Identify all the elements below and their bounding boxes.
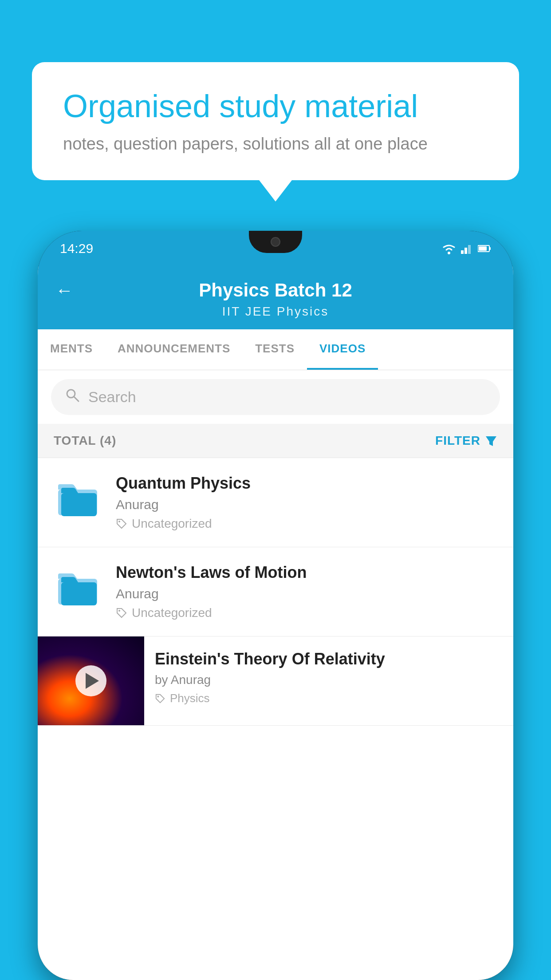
search-box[interactable]: Search (51, 379, 500, 415)
video-thumb-1 (54, 474, 102, 523)
video-tag-1: Uncategorized (116, 517, 497, 531)
svg-rect-5 (489, 247, 491, 250)
header-subtitle-physics: Physics (277, 304, 329, 318)
filter-button[interactable]: FILTER (435, 434, 497, 448)
video-info-1: Quantum Physics Anurag Uncategorized (116, 474, 497, 531)
video-tag-text-1: Uncategorized (132, 517, 212, 531)
svg-line-8 (74, 397, 79, 401)
video-title-2: Newton's Laws of Motion (116, 563, 497, 582)
video-tag-3: Physics (155, 692, 503, 705)
wifi-icon (441, 243, 457, 254)
video-author-3: by Anurag (155, 673, 503, 687)
list-item[interactable]: Quantum Physics Anurag Uncategorized (38, 458, 513, 547)
speech-bubble-container: Organised study material notes, question… (32, 62, 519, 180)
video-info-2: Newton's Laws of Motion Anurag Uncategor… (116, 563, 497, 620)
svg-rect-1 (461, 250, 464, 254)
phone-screen: ← Physics Batch 12 IIT JEE Physics MENTS… (38, 266, 513, 980)
video-thumb-2 (54, 563, 102, 612)
svg-rect-6 (479, 246, 487, 251)
status-icons (441, 243, 491, 254)
video-author-1: Anurag (116, 497, 497, 512)
search-placeholder: Search (88, 388, 136, 406)
phone-notch (249, 231, 302, 253)
tab-videos[interactable]: VIDEOS (307, 329, 378, 370)
status-time: 14:29 (60, 241, 93, 256)
svg-rect-11 (61, 493, 97, 516)
app-header-top: ← Physics Batch 12 (55, 280, 496, 301)
header-subtitle: IIT JEE Physics (222, 304, 329, 319)
speech-bubble: Organised study material notes, question… (32, 62, 519, 180)
svg-point-0 (448, 252, 450, 254)
video-thumbnail-3 (38, 636, 144, 725)
svg-rect-2 (464, 248, 467, 254)
battery-icon (478, 244, 491, 253)
tabs-container: MENTS ANNOUNCEMENTS TESTS VIDEOS (38, 329, 513, 370)
video-title-3: Einstein's Theory Of Relativity (155, 650, 503, 668)
filter-row: TOTAL (4) FILTER (38, 424, 513, 458)
video-title-1: Quantum Physics (116, 474, 497, 493)
search-container: Search (38, 370, 513, 424)
svg-point-16 (157, 695, 159, 697)
header-subtitle-iitjee: IIT JEE (222, 304, 272, 318)
phone-camera (271, 237, 280, 247)
list-item[interactable]: Einstein's Theory Of Relativity by Anura… (38, 636, 513, 726)
svg-rect-14 (61, 582, 97, 605)
back-button[interactable]: ← (55, 281, 73, 300)
svg-point-15 (118, 610, 120, 612)
play-button[interactable] (75, 665, 106, 696)
search-icon (64, 387, 80, 407)
speech-bubble-subtitle: notes, question papers, solutions all at… (63, 134, 488, 154)
video-author-2: Anurag (116, 586, 497, 601)
video-tag-text-2: Uncategorized (132, 606, 212, 620)
speech-bubble-title: Organised study material (63, 89, 488, 124)
tag-icon (116, 607, 127, 619)
filter-icon (485, 435, 497, 447)
video-tag-2: Uncategorized (116, 606, 497, 620)
tag-icon (155, 693, 165, 704)
folder-icon (56, 476, 100, 521)
tab-tests[interactable]: TESTS (243, 329, 307, 370)
tab-ments[interactable]: MENTS (38, 329, 105, 370)
svg-rect-3 (468, 245, 471, 254)
filter-label: FILTER (435, 434, 480, 448)
signal-icon (461, 243, 473, 254)
total-label: TOTAL (4) (54, 434, 116, 448)
tab-announcements[interactable]: ANNOUNCEMENTS (105, 329, 243, 370)
video-info-3: Einstein's Theory Of Relativity by Anura… (144, 636, 513, 719)
play-triangle-icon (86, 673, 99, 689)
list-item[interactable]: Newton's Laws of Motion Anurag Uncategor… (38, 547, 513, 636)
folder-icon (56, 565, 100, 610)
header-title: Physics Batch 12 (199, 280, 352, 301)
video-tag-text-3: Physics (170, 692, 210, 705)
phone-frame: 14:29 (38, 231, 513, 980)
svg-marker-9 (486, 436, 496, 446)
app-header: ← Physics Batch 12 IIT JEE Physics (38, 266, 513, 329)
tag-icon (116, 518, 127, 530)
video-list: Quantum Physics Anurag Uncategorized (38, 458, 513, 726)
svg-point-12 (118, 521, 120, 522)
phone-status-bar: 14:29 (38, 231, 513, 266)
